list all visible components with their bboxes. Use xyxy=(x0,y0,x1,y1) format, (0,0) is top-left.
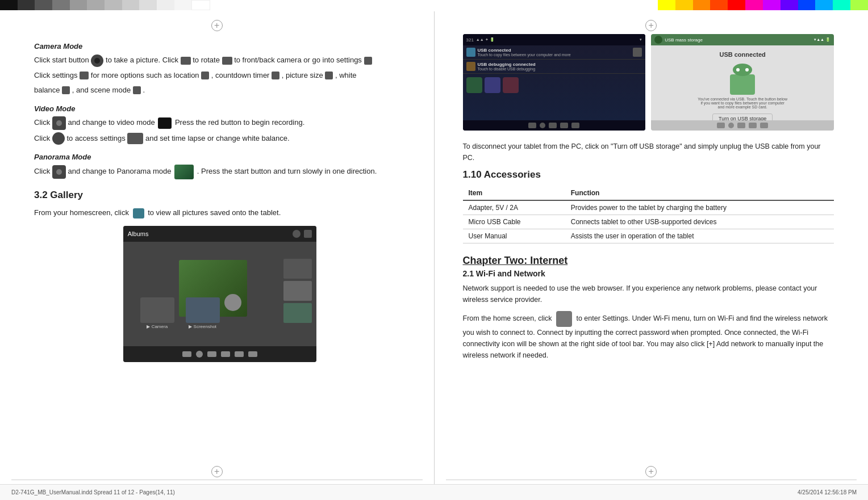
video-camera-icon xyxy=(52,116,66,130)
color-block xyxy=(745,0,763,10)
gallery-screenshot-label: ▶ Screenshot xyxy=(189,324,216,329)
chapter-title: Chapter Two: Internet xyxy=(463,255,834,267)
gallery-image-box: Albums xyxy=(123,226,316,362)
video-mode-section: Video Mode Click and change to video mod… xyxy=(34,104,406,145)
video-access-text: to access settings xyxy=(66,134,125,142)
usb-nav1 xyxy=(528,123,536,128)
usb-right-desc: You've connected via USB. Touch the butt… xyxy=(697,97,788,109)
table-func-manual: Assists the user in operation of the tab… xyxy=(565,229,834,243)
color-block xyxy=(174,0,192,10)
camera-mode-section: Camera Mode Click start button to take a… xyxy=(34,42,406,96)
gallery-circle-icon xyxy=(224,294,241,311)
usb-debug-text: USB debugging connected Touch to disable… xyxy=(478,62,642,71)
chapter-two-section: Chapter Two: Internet 2.1 Wi-Fi and Netw… xyxy=(463,255,834,361)
table-header-item: Item xyxy=(463,186,565,200)
color-block xyxy=(35,0,52,10)
wifi-from-text: From the home screen, click xyxy=(463,314,552,322)
table-item-manual: User Manual xyxy=(463,229,565,243)
camera-countdown-text: , countdown timer xyxy=(211,71,272,79)
usb-right-screen: USB mass storage ▾▲▲ 🔋 USB connected You xyxy=(651,34,834,131)
color-block xyxy=(815,0,833,10)
usb-notif2-title: USB debugging connected xyxy=(478,62,642,67)
table-row: Micro USB Cable Connects tablet to other… xyxy=(463,215,834,229)
table-header-row: Item Function xyxy=(463,186,834,200)
usb-r-nav4 xyxy=(749,123,757,128)
gallery-thumb1 xyxy=(283,259,312,279)
robot-body xyxy=(730,74,755,95)
usb-nav5 xyxy=(571,123,579,128)
color-block xyxy=(675,0,693,10)
bottom-status-bar: D2-741G_MB_UserManual.indd Spread 11 of … xyxy=(0,484,868,500)
color-block xyxy=(658,0,675,10)
nav-extra-icon xyxy=(248,351,257,357)
usb-notif-text: USB connected Touch to copy files betwee… xyxy=(478,48,631,57)
camera-settings-small-icon xyxy=(364,57,372,65)
bottom-bar-right: 4/25/2014 12:56:18 PM xyxy=(798,489,857,495)
gallery-section-title: 3.2 Gallery xyxy=(34,190,406,201)
color-block xyxy=(105,0,122,10)
usb-notif1-thumb xyxy=(633,48,642,57)
table-row: Adapter, 5V / 2A Provides power to the t… xyxy=(463,200,834,215)
gallery-from-text: From your homescreen, click xyxy=(34,208,129,217)
color-block xyxy=(763,0,781,10)
camera-line1: Click start button to take a picture. Cl… xyxy=(34,54,406,67)
usb-notif1-sub: Touch to copy files between your compute… xyxy=(478,53,631,57)
camera-start-icon xyxy=(91,54,103,67)
usb-r-nav1 xyxy=(717,123,725,128)
registration-mark-bottom-left xyxy=(211,466,223,477)
nav-vol-icon xyxy=(221,351,230,357)
wifi-section-title: 2.1 Wi-Fi and Network xyxy=(463,269,834,278)
video-press-text: Press the red button to begin recording. xyxy=(175,118,304,127)
video-set-text: and set time lapse or change white balan… xyxy=(145,134,290,142)
usb-screenshots: 321 ▲▲ ✦ 🔋 ▾ USB connected Touch to copy… xyxy=(463,34,834,131)
camera-period: . xyxy=(143,86,145,94)
camera-front-back-icon xyxy=(222,57,232,65)
usb-r-nav2 xyxy=(728,123,734,128)
color-block xyxy=(157,0,174,10)
color-block xyxy=(52,0,70,10)
wifi-paragraph1: Network support is needed to use the web… xyxy=(463,283,834,305)
color-block xyxy=(798,0,816,10)
usb-bar-321: 321 xyxy=(466,37,474,43)
android-icon2 xyxy=(485,77,500,93)
gallery-bottom-bar xyxy=(123,346,316,362)
gallery-camera-folder-icon xyxy=(140,297,174,323)
panorama-icon xyxy=(174,165,194,179)
video-line2: Click to access settings and set time la… xyxy=(34,132,406,145)
gallery-to-view-text: to view all pictures saved onto the tabl… xyxy=(148,208,281,217)
nav-back-icon xyxy=(182,351,191,357)
camera-line2: Click settings for more options such as … xyxy=(34,69,406,82)
gallery-nav-icon xyxy=(133,208,144,219)
gallery-screenshot-folder: ▶ Screenshot xyxy=(186,297,220,329)
usb-notif-debug: USB debugging connected Touch to disable… xyxy=(463,60,646,74)
registration-mark-top xyxy=(211,20,223,31)
usb-notif-connected: USB connected Touch to copy files betwee… xyxy=(463,45,646,60)
color-block xyxy=(191,0,210,10)
usb-right-logo xyxy=(654,36,662,44)
video-change-text: and change to video mode xyxy=(68,118,155,127)
color-block xyxy=(18,0,35,10)
camera-size-text: , picture size xyxy=(282,71,326,79)
accessories-section-title: 1.10 Accessories xyxy=(463,169,834,180)
video-line1: Click and change to video mode Press the… xyxy=(34,116,406,130)
panorama-change-text: and change to Panorama mode xyxy=(68,167,171,176)
left-page: Camera Mode Click start button to take a… xyxy=(0,11,435,500)
gallery-albums-label: Albums xyxy=(128,230,149,237)
bottom-bar-left: D2-741G_MB_UserManual.indd Spread 11 of … xyxy=(11,489,175,495)
top-color-bar-right xyxy=(658,0,868,10)
gallery-top-bar: Albums xyxy=(123,226,316,242)
accessories-table: Item Function Adapter, 5V / 2A Provides … xyxy=(463,186,834,243)
color-block xyxy=(693,0,711,10)
right-page: 321 ▲▲ ✦ 🔋 ▾ USB connected Touch to copy… xyxy=(435,11,869,500)
color-block xyxy=(850,0,868,10)
android-icon3 xyxy=(503,77,519,93)
usb-disconnect-text: To disconnect your tablet from the PC, c… xyxy=(463,141,834,163)
usb-bar-time: ▾ xyxy=(640,37,642,42)
android-robot-icon xyxy=(730,64,755,95)
table-func-usb: Connects tablet to other USB-supported d… xyxy=(565,215,834,229)
camera-settings-label: Click settings xyxy=(34,71,80,79)
video-click-label: Click xyxy=(34,118,50,127)
camera-white-text: , white xyxy=(335,71,357,79)
usb-mass-storage-label: USB mass storage xyxy=(665,37,703,43)
gallery-line1: From your homescreen, click to view all … xyxy=(34,207,406,219)
